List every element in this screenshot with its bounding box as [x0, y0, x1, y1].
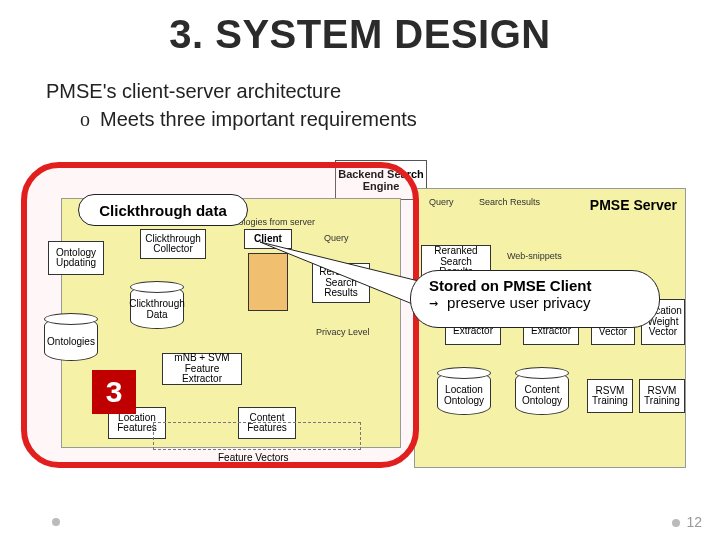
- intro-text: PMSE's client-server architecture: [46, 80, 341, 103]
- bullet-1: Meets three important requirements: [80, 108, 417, 131]
- callout-stored-line1: Stored on PMSE Client: [429, 277, 641, 294]
- callout-clickthrough-data: Clickthrough data: [78, 194, 248, 226]
- callout-stored-line2: preserve user privacy: [429, 294, 641, 312]
- callout-stored-on-client: Stored on PMSE Client preserve user priv…: [410, 270, 660, 328]
- step-badge-3: 3: [92, 370, 136, 414]
- slide-title: 3. SYSTEM DESIGN: [0, 12, 720, 57]
- footer-dot-icon: [52, 518, 60, 526]
- page-number: 12: [672, 514, 702, 530]
